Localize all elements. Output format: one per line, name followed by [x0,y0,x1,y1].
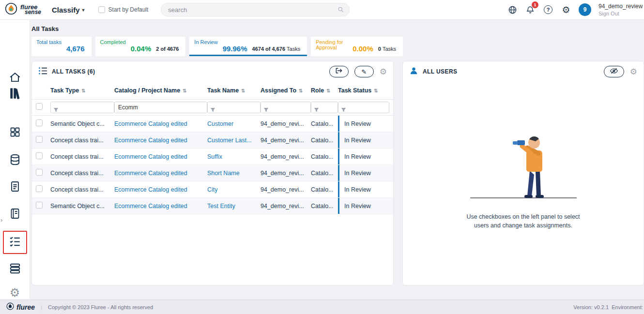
catalog-link[interactable]: Ecommerce Catalog edited [114,120,207,127]
stat-label: In Review [194,40,217,45]
help-icon[interactable]: ? [543,4,553,15]
users-panel-gear-icon[interactable]: ⚙ [630,68,637,76]
role-cell: Catalo... [311,120,338,127]
layers-stack-icon [9,263,21,276]
filter-funnel-icon [314,106,319,115]
start-by-default-checkbox[interactable] [98,6,105,13]
catalog-link[interactable]: Ecommerce Catalog edited [114,170,207,177]
panels-row: ALL TASKS (6) ✎ ⚙ Task Type⇅ Catalog / P… [31,61,644,285]
task-name-link[interactable]: Customer Last... [207,137,261,144]
notification-badge: 1 [532,1,538,8]
row-checkbox[interactable] [36,202,43,209]
sort-icon[interactable]: ⇅ [241,88,245,93]
row-checkbox[interactable] [36,120,43,126]
task-status-cell: In Review [338,132,389,148]
catalog-link[interactable]: Ecommerce Catalog edited [114,153,207,160]
task-type-cell: Concept class trai... [50,153,114,160]
sidebar-item-settings[interactable]: ⚙ [10,287,20,299]
column-task-name[interactable]: Task Name⇅ [207,87,261,94]
username-label: 94_demo_review [598,3,643,10]
sort-icon[interactable]: ⇅ [183,88,186,93]
task-type-cell: Concept class trai... [50,170,114,177]
user-avatar[interactable]: 9 [579,3,591,16]
status-text: In Review [344,153,371,160]
flame-logo-icon [5,2,17,17]
tasks-panel-gear-icon[interactable]: ⚙ [380,68,387,76]
stat-label: Total tasks [36,40,61,45]
stat-in-review[interactable]: In Review 99.96% 4674 of 4,676 Tasks [189,37,307,56]
row-checkbox[interactable] [36,169,43,176]
sidebar-item-journal[interactable] [9,208,21,222]
search-input[interactable] [161,3,350,16]
assign-icon [335,67,343,76]
stat-value: 0.04% [131,45,152,52]
user-icon [409,66,418,77]
assigned-to-cell: 94_demo_revi... [261,186,311,193]
task-name-link[interactable]: Test Entity [207,203,261,209]
column-task-type[interactable]: Task Type⇅ [50,87,114,94]
task-name-link[interactable]: Suffix [207,153,261,160]
sort-icon[interactable]: ⇅ [374,88,378,93]
sidebar-item-tasks[interactable] [3,231,27,254]
catalog-link[interactable]: Ecommerce Catalog edited [114,137,207,144]
app-menu-classify[interactable]: Classify ▾ [52,6,85,14]
hide-users-button[interactable] [604,66,624,77]
assigned-to-cell: 94_demo_revi... [261,137,311,144]
column-assigned-to[interactable]: Assigned To⇅ [261,87,311,94]
sidebar-item-datasets[interactable] [9,153,21,169]
stat-completed[interactable]: Completed 0.04% 2 of 4676 [95,37,186,56]
sidebar-item-grid[interactable] [9,126,21,140]
fluree-sense-logo[interactable]: fluree sense [5,2,41,17]
status-text: In Review [344,120,371,127]
sidebar-item-home[interactable] [9,71,21,86]
stat-total-tasks[interactable]: Total tasks 4,676 [31,37,92,56]
column-role[interactable]: Role⇅ [311,87,338,94]
global-search [161,3,350,16]
library-books-icon [9,87,21,102]
stat-value: 0.00% [353,45,373,52]
sort-icon[interactable]: ⇅ [326,88,330,93]
task-name-link[interactable]: Customer [207,120,261,127]
sort-icon[interactable]: ⇅ [81,88,85,93]
stat-sub: 2 of 4676 [156,46,179,52]
stat-pending-approval[interactable]: Pending for Approval 0.00% 0 Tasks [311,37,403,56]
settings-gear-icon[interactable]: ⚙ [561,4,571,15]
select-all-checkbox[interactable] [36,103,43,110]
row-checkbox[interactable] [36,185,43,192]
sidebar-item-library[interactable] [9,87,21,102]
sign-out-link[interactable]: Sign Out [598,11,619,16]
user-menu[interactable]: 94_demo_review Sign Out [598,2,643,17]
filter-catalog-input[interactable] [114,102,207,113]
status-text: In Review [344,137,371,144]
task-name-link[interactable]: City [207,186,261,193]
sort-icon[interactable]: ⇅ [299,88,303,93]
sidebar-collapse-arrow[interactable]: › [0,216,2,224]
tasks-table-header: Task Type⇅ Catalog / Project Name⇅ Task … [32,82,393,100]
tasks-panel-title: ALL TASKS (6) [52,68,95,75]
stats-tabs: Total tasks 4,676 Completed 0.04% 2 of 4… [31,37,644,56]
sidebar-item-pipelines[interactable] [9,263,21,276]
row-checkbox[interactable] [36,136,43,143]
filter-task-status [338,103,389,111]
assigned-to-cell: 94_demo_revi... [261,203,311,209]
column-catalog-project[interactable]: Catalog / Project Name⇅ [114,87,207,94]
notifications-bell-icon[interactable]: 1 [525,4,536,15]
row-checkbox-cell [36,185,50,194]
catalog-link[interactable]: Ecommerce Catalog edited [114,186,207,193]
filter-task-type-input[interactable] [50,102,114,113]
column-task-status[interactable]: Task Status⇅ [338,87,389,94]
globe-icon[interactable] [507,4,518,15]
task-name-link[interactable]: Short Name [207,170,261,177]
table-row: Concept class trai...Ecommerce Catalog e… [32,149,393,165]
status-text: In Review [344,186,371,193]
row-checkbox[interactable] [36,152,43,159]
start-by-default-toggle[interactable]: Start by Default [98,6,149,13]
edit-tasks-button[interactable]: ✎ [354,66,374,77]
catalog-link[interactable]: Ecommerce Catalog edited [114,203,207,209]
task-type-cell: Concept class trai... [50,137,114,144]
sidebar-item-documents[interactable] [9,180,21,195]
page-title: All Tasks [31,25,644,32]
assigned-to-cell: 94_demo_revi... [261,170,311,177]
task-type-cell: Semantic Object c... [50,120,114,127]
assign-tasks-button[interactable] [329,66,349,77]
